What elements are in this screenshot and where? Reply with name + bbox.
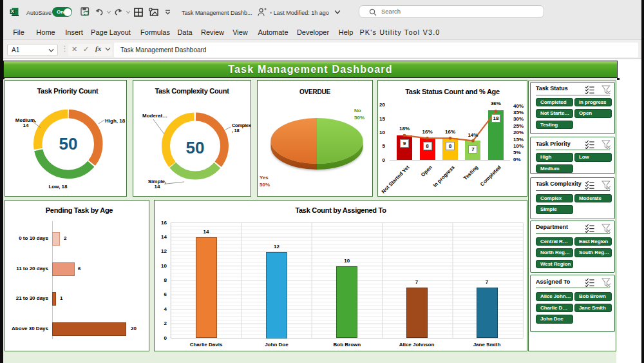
svg-text:X: X [11, 8, 14, 14]
